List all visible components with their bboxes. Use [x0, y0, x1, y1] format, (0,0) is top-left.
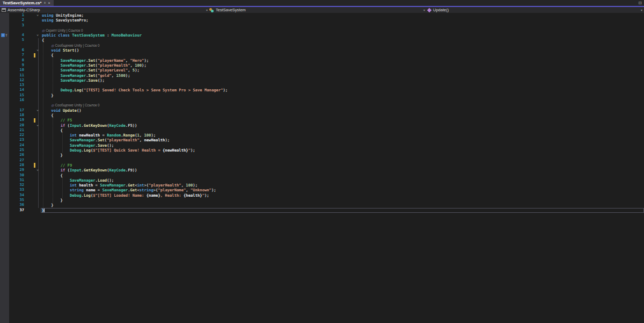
unity-codelens-icon: ◎ [51, 44, 54, 47]
fold-chevron-icon[interactable]: ⌄ [36, 167, 39, 172]
code-line[interactable]: 23 SaveManager.Set("playerHealth", newHe… [0, 138, 644, 142]
gutter-markers [26, 208, 41, 213]
project-dropdown-label: Assembly-CSharp [8, 8, 40, 12]
codelens-row[interactable]: ◎Сообщение Unity | Ссылок 0 [0, 43, 644, 48]
code-line[interactable]: 27 [0, 158, 644, 163]
line-number: 27 [0, 158, 26, 163]
code-text: int health = SaveManager.Get<int>("playe… [41, 183, 644, 188]
line-number: 2 [0, 18, 26, 23]
line-number: 18 [0, 113, 26, 118]
change-tracking-bar [34, 53, 35, 58]
code-text: void Start() [41, 48, 644, 53]
codelens-row[interactable]: ◎Сообщение Unity | Ссылок 0 [0, 103, 644, 107]
member-dropdown[interactable]: Update() ▾ [427, 7, 644, 13]
gutter-markers [26, 18, 41, 23]
pin-icon[interactable]: + [43, 1, 46, 5]
code-line[interactable]: 17⌄ void Update() [0, 108, 644, 113]
code-line[interactable]: 37} [0, 208, 644, 213]
fold-chevron-icon[interactable]: ⌄ [36, 47, 39, 52]
code-text: void Update() [41, 108, 644, 113]
code-line[interactable]: 21 { [0, 128, 644, 133]
code-line[interactable]: 12 SaveManager.Save(); [0, 78, 644, 83]
code-line[interactable]: 34 Debug.Log($"[TEST] Loaded! Name: {nam… [0, 193, 644, 198]
gutter-markers: ⌄ [26, 123, 41, 128]
class-icon [209, 8, 214, 12]
code-line[interactable]: 2using SaveSystemPro; [0, 18, 644, 23]
code-line[interactable]: 20⌄ if (Input.GetKeyDown(KeyCode.F5)) [0, 123, 644, 128]
code-line[interactable]: 24 SaveManager.Save(); [0, 143, 644, 148]
close-icon[interactable]: × [48, 1, 50, 5]
codelens-text: ◎Сообщение Unity | Ссылок 0 [41, 43, 644, 48]
code-line[interactable]: 22 int newHealth = Random.Range(1, 100); [0, 133, 644, 138]
fold-chevron-icon[interactable]: ⌄ [36, 12, 39, 17]
line-number: 10 [0, 68, 26, 73]
code-line[interactable]: 30 { [0, 173, 644, 178]
gutter-markers: ⌄ [26, 48, 41, 53]
code-line[interactable]: 5{ [0, 38, 644, 42]
code-text: Debug.Log("[TEST] Saved! Check Tools > S… [41, 88, 644, 92]
code-line[interactable]: 28 // F9 [0, 163, 644, 168]
chevron-down-icon[interactable]: ▾ [641, 8, 642, 12]
gutter-markers [26, 143, 41, 148]
code-line[interactable]: 16 [0, 98, 644, 103]
code-line[interactable]: 9 SaveManager.Set("playerHealth", 100); [0, 63, 644, 68]
code-line[interactable]: 1⌄using UnityEngine; [0, 13, 644, 18]
code-line[interactable]: 26 } [0, 153, 644, 157]
fold-chevron-icon[interactable]: ⌄ [36, 32, 39, 37]
code-line[interactable]: 19 // F5 [0, 118, 644, 123]
tab-testsavesystem[interactable]: TestSaveSystem.cs* + × [0, 0, 54, 6]
code-line[interactable]: 3 [0, 23, 644, 28]
fold-chevron-icon[interactable]: ⌄ [36, 107, 39, 112]
document-well-menu-icon[interactable]: ⊟ [638, 1, 642, 5]
code-line[interactable]: 8 SaveManager.Set("playerName", "Hero"); [0, 58, 644, 63]
gutter-markers [26, 203, 41, 207]
code-line[interactable]: 29⌄ if (Input.GetKeyDown(KeyCode.F9)) [0, 168, 644, 173]
code-text: } [41, 198, 644, 203]
code-line[interactable]: 33 string name = SaveManager.Get<string>… [0, 188, 644, 192]
code-line[interactable]: 35 } [0, 198, 644, 203]
codelens-text: ◎Сообщение Unity | Ссылок 0 [41, 103, 644, 107]
line-number: 31 [0, 178, 26, 183]
code-text: SaveManager.Save(); [41, 78, 644, 83]
gutter-markers [26, 148, 41, 153]
code-line[interactable]: 13 [0, 83, 644, 88]
code-line[interactable]: 6⌄ void Start() [0, 48, 644, 53]
gutter-markers [26, 68, 41, 73]
line-number: 14 [0, 88, 26, 92]
code-line[interactable]: 14 Debug.Log("[TEST] Saved! Check Tools … [0, 88, 644, 92]
code-line[interactable]: 7 { [0, 53, 644, 58]
code-line[interactable]: 31 SaveManager.Load(); [0, 178, 644, 183]
chevron-down-icon[interactable]: ▾ [206, 8, 208, 12]
fold-chevron-icon[interactable]: ⌄ [36, 123, 39, 127]
line-number: 12 [0, 78, 26, 83]
line-number: 13 [0, 83, 26, 88]
code-line[interactable]: 36 } [0, 203, 644, 207]
type-dropdown[interactable]: TestSaveSystem ▾ [209, 7, 427, 13]
line-number: 17 [0, 108, 26, 113]
chevron-down-icon[interactable]: ▾ [423, 8, 425, 12]
code-line[interactable]: 4⌄public class TestSaveSystem : MonoBeha… [0, 33, 644, 38]
code-editor[interactable]: ↑T 1⌄using UnityEngine;2using SaveSystem… [0, 13, 644, 323]
code-line[interactable]: 32 int health = SaveManager.Get<int>("pl… [0, 183, 644, 188]
code-line[interactable]: 11 SaveManager.Set("gold", 1500); [0, 73, 644, 78]
code-text: } [41, 208, 644, 213]
code-text [41, 158, 644, 163]
line-number: 34 [0, 193, 26, 198]
code-line[interactable]: 25 Debug.Log($"[TEST] Quick Save! Health… [0, 148, 644, 153]
line-number: 36 [0, 203, 26, 207]
gutter-markers: ⌄ [26, 168, 41, 173]
code-text: SaveManager.Set("playerName", "Hero"); [41, 58, 644, 63]
code-text: using SaveSystemPro; [41, 18, 644, 23]
line-number: 37 [0, 208, 26, 213]
gutter-markers [26, 88, 41, 92]
project-dropdown[interactable]: Assembly-CSharp ▾ [0, 7, 209, 13]
codelens-row[interactable]: ◎Скрипт Unity | Ссылок 0 [0, 28, 644, 33]
code-line[interactable]: 10 SaveManager.Set("playerLevel", 5); [0, 68, 644, 73]
code-line[interactable]: 15 } [0, 93, 644, 98]
line-number: 9 [0, 63, 26, 68]
gutter-markers [26, 128, 41, 133]
inheritance-margin-icon[interactable]: ↑T [1, 33, 8, 37]
gutter-markers: ⌄ [26, 33, 41, 38]
code-line[interactable]: 18 { [0, 113, 644, 118]
code-text [41, 83, 644, 88]
